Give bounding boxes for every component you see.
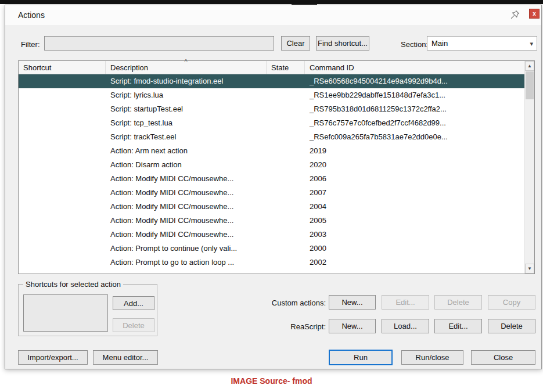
window-title: Actions bbox=[18, 10, 45, 20]
row-command-id: _RS76c757e7c0fcefbed2f7ccf4682d99... bbox=[305, 116, 524, 130]
row-command-id: 2002 bbox=[305, 256, 524, 269]
reascript-edit-button[interactable]: Edit... bbox=[434, 319, 482, 333]
list-row[interactable]: Action: Modify MIDI CC/mousewhe...2003 bbox=[19, 228, 524, 242]
scrollbar[interactable]: ▲ ▼ bbox=[524, 61, 534, 274]
close-button[interactable]: Close bbox=[471, 350, 535, 365]
custom-actions-copy-button[interactable]: Copy bbox=[488, 295, 535, 310]
list-row[interactable]: Action: Disarm action2020 bbox=[19, 158, 524, 172]
actions-dialog: Actions x Filter: Clear Find shortcut...… bbox=[5, 5, 542, 369]
row-shortcut bbox=[19, 102, 106, 116]
row-state bbox=[267, 242, 305, 256]
scrollbar-thumb[interactable] bbox=[526, 71, 534, 99]
column-header-command-id[interactable]: Command ID bbox=[305, 61, 524, 74]
reascript-new-button[interactable]: New... bbox=[329, 319, 376, 333]
list-row[interactable]: Script: fmod-studio-integration.eel_RSe6… bbox=[19, 74, 524, 88]
row-command-id: _RS1ee9bb229dabffe151848d7efa3c1... bbox=[305, 88, 524, 102]
list-row[interactable]: Script: startupTest.eel_RS795b318d01d681… bbox=[19, 102, 524, 116]
column-header-state[interactable]: State bbox=[267, 61, 305, 74]
row-description: Script: fmod-studio-integration.eel bbox=[106, 74, 267, 88]
shortcut-delete-button[interactable]: Delete bbox=[113, 318, 154, 332]
shortcut-add-button[interactable]: Add... bbox=[113, 296, 154, 310]
custom-actions-new-button[interactable]: New... bbox=[329, 295, 376, 310]
row-description: Action: Modify MIDI CC/mousewhe... bbox=[106, 228, 267, 242]
row-shortcut bbox=[19, 172, 106, 186]
row-state bbox=[267, 172, 305, 186]
list-row[interactable]: Action: Modify MIDI CC/mousewhe...2005 bbox=[19, 214, 524, 228]
column-header-description-label: Description bbox=[110, 63, 148, 72]
list-row[interactable]: Script: lyrics.lua_RS1ee9bb229dabffe1518… bbox=[19, 88, 524, 102]
row-shortcut bbox=[19, 74, 106, 88]
list-row[interactable]: Action: Arm next action2019 bbox=[19, 144, 524, 158]
image-caption: IMAGE Source- fmod bbox=[0, 376, 543, 386]
row-description: Action: Disarm action bbox=[106, 158, 267, 172]
row-state bbox=[267, 186, 305, 200]
row-state bbox=[267, 214, 305, 228]
list-row[interactable]: Action: Prompt to continue (only vali...… bbox=[19, 242, 524, 256]
chevron-down-icon: ▾ bbox=[530, 37, 533, 51]
reascript-delete-button[interactable]: Delete bbox=[488, 319, 535, 333]
row-state bbox=[267, 144, 305, 158]
row-shortcut bbox=[19, 186, 106, 200]
row-description: Action: Prompt to go to action loop ... bbox=[106, 256, 267, 269]
section-dropdown[interactable]: Main ▾ bbox=[427, 36, 537, 51]
row-description: Action: Modify MIDI CC/mousewhe... bbox=[106, 200, 267, 214]
row-command-id: 2006 bbox=[305, 172, 524, 186]
list-row[interactable]: Script: tcp_test.lua_RS76c757e7c0fcefbed… bbox=[19, 116, 524, 130]
list-header: Shortcut Description ^ State Command ID bbox=[19, 61, 524, 74]
row-shortcut bbox=[19, 256, 106, 269]
row-state bbox=[267, 102, 305, 116]
shortcuts-groupbox: Shortcuts for selected action Add... Del… bbox=[18, 284, 157, 336]
row-command-id: _RSefc009a265fa7b5831ae7e2dd0e0e... bbox=[305, 130, 524, 144]
row-description: Script: startupTest.eel bbox=[106, 102, 267, 116]
row-command-id: 2003 bbox=[305, 228, 524, 242]
filter-label: Filter: bbox=[21, 40, 40, 49]
row-state bbox=[267, 74, 305, 88]
run-button[interactable]: Run bbox=[329, 350, 393, 365]
row-state bbox=[267, 130, 305, 144]
row-state bbox=[267, 88, 305, 102]
close-icon[interactable]: x bbox=[529, 9, 540, 19]
reascript-load-button[interactable]: Load... bbox=[382, 319, 429, 333]
row-command-id: 2004 bbox=[305, 200, 524, 214]
custom-actions-edit-button[interactable]: Edit... bbox=[382, 295, 429, 310]
column-header-description[interactable]: Description ^ bbox=[106, 61, 267, 74]
row-description: Action: Prompt to continue (only vali... bbox=[106, 242, 267, 256]
column-header-shortcut[interactable]: Shortcut bbox=[19, 61, 106, 74]
section-label: Section: bbox=[401, 40, 428, 49]
list-row[interactable]: Action: Prompt to go to action loop ...2… bbox=[19, 256, 524, 269]
list-row[interactable]: Action: Modify MIDI CC/mousewhe...2004 bbox=[19, 200, 524, 214]
title-bar[interactable]: Actions x bbox=[5, 5, 541, 25]
row-shortcut bbox=[19, 228, 106, 242]
background-window-strip bbox=[0, 0, 543, 4]
row-description: Script: trackTest.eel bbox=[106, 130, 267, 144]
row-shortcut bbox=[19, 200, 106, 214]
row-command-id: 2005 bbox=[305, 214, 524, 228]
row-command-id: 2019 bbox=[305, 144, 524, 158]
row-description: Action: Modify MIDI CC/mousewhe... bbox=[106, 186, 267, 200]
pin-icon[interactable] bbox=[510, 9, 520, 20]
find-shortcut-button[interactable]: Find shortcut... bbox=[316, 36, 369, 51]
row-shortcut bbox=[19, 116, 106, 130]
shortcuts-groupbox-title: Shortcuts for selected action bbox=[23, 280, 123, 289]
custom-actions-delete-button[interactable]: Delete bbox=[434, 295, 482, 310]
scroll-down-icon[interactable]: ▼ bbox=[525, 264, 534, 274]
row-description: Action: Modify MIDI CC/mousewhe... bbox=[106, 172, 267, 186]
row-state bbox=[267, 200, 305, 214]
run-close-button[interactable]: Run/close bbox=[401, 350, 463, 365]
row-shortcut bbox=[19, 214, 106, 228]
action-list: Shortcut Description ^ State Command ID … bbox=[18, 60, 535, 274]
list-row[interactable]: Script: trackTest.eel_RSefc009a265fa7b58… bbox=[19, 130, 524, 144]
menu-editor-button[interactable]: Menu editor... bbox=[93, 350, 158, 365]
clear-button[interactable]: Clear bbox=[281, 36, 310, 51]
import-export-button[interactable]: Import/export... bbox=[18, 350, 88, 365]
sort-ascending-icon: ^ bbox=[184, 59, 187, 64]
list-row[interactable]: Action: Modify MIDI CC/mousewhe...2007 bbox=[19, 186, 524, 200]
shortcut-listbox[interactable] bbox=[23, 294, 108, 332]
list-row[interactable]: Action: Modify MIDI CC/mousewhe...2006 bbox=[19, 172, 524, 186]
scroll-up-icon[interactable]: ▲ bbox=[525, 61, 534, 71]
row-state bbox=[267, 228, 305, 242]
row-command-id: _RSe60568c945004214e9a4992d9b4d... bbox=[305, 74, 524, 88]
row-shortcut bbox=[19, 130, 106, 144]
row-command-id: 2020 bbox=[305, 158, 524, 172]
filter-input[interactable] bbox=[44, 36, 274, 51]
